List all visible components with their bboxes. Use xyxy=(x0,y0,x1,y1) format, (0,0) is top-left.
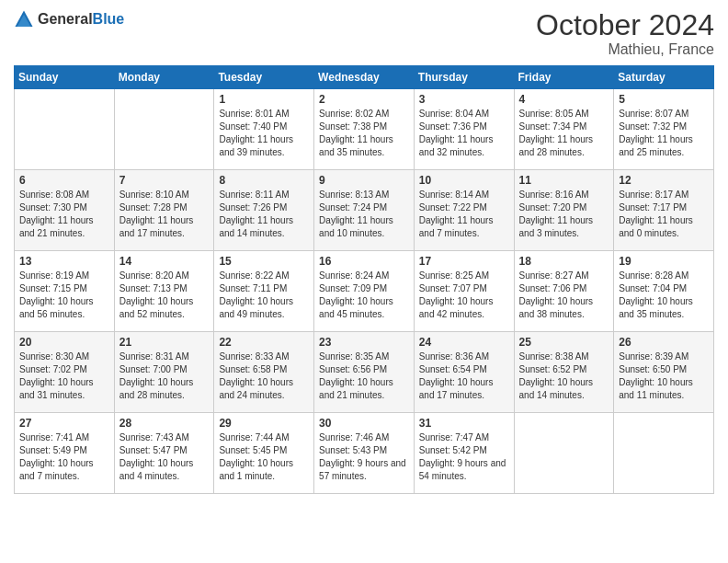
day-info: Sunrise: 8:19 AM Sunset: 7:15 PM Dayligh… xyxy=(19,270,109,321)
day-number: 9 xyxy=(319,174,409,187)
day-number: 1 xyxy=(219,93,309,106)
day-number: 14 xyxy=(119,255,210,268)
calendar-cell: 19Sunrise: 8:28 AM Sunset: 7:04 PM Dayli… xyxy=(614,251,714,332)
day-info: Sunrise: 7:44 AM Sunset: 5:45 PM Dayligh… xyxy=(219,431,309,483)
day-info: Sunrise: 8:31 AM Sunset: 7:00 PM Dayligh… xyxy=(119,350,210,402)
calendar-cell: 22Sunrise: 8:33 AM Sunset: 6:58 PM Dayli… xyxy=(214,332,314,413)
day-info: Sunrise: 8:02 AM Sunset: 7:38 PM Dayligh… xyxy=(319,108,409,159)
day-info: Sunrise: 8:35 AM Sunset: 6:56 PM Dayligh… xyxy=(319,350,409,402)
calendar-cell xyxy=(614,413,714,494)
calendar-cell: 1Sunrise: 8:01 AM Sunset: 7:40 PM Daylig… xyxy=(214,89,314,170)
day-info: Sunrise: 8:01 AM Sunset: 7:40 PM Dayligh… xyxy=(219,108,309,159)
calendar-cell: 27Sunrise: 7:41 AM Sunset: 5:49 PM Dayli… xyxy=(15,413,115,494)
day-info: Sunrise: 8:14 AM Sunset: 7:22 PM Dayligh… xyxy=(419,189,509,240)
week-row: 1Sunrise: 8:01 AM Sunset: 7:40 PM Daylig… xyxy=(15,89,714,170)
header-day: Sunday xyxy=(15,66,115,89)
calendar-cell: 8Sunrise: 8:11 AM Sunset: 7:26 PM Daylig… xyxy=(214,170,314,251)
day-info: Sunrise: 8:20 AM Sunset: 7:13 PM Dayligh… xyxy=(119,270,210,321)
calendar-cell: 11Sunrise: 8:16 AM Sunset: 7:20 PM Dayli… xyxy=(514,170,614,251)
day-info: Sunrise: 8:16 AM Sunset: 7:20 PM Dayligh… xyxy=(519,189,609,240)
day-info: Sunrise: 8:13 AM Sunset: 7:24 PM Dayligh… xyxy=(319,189,409,240)
calendar-cell: 9Sunrise: 8:13 AM Sunset: 7:24 PM Daylig… xyxy=(314,170,415,251)
header-day: Tuesday xyxy=(214,66,314,89)
calendar-cell: 29Sunrise: 7:44 AM Sunset: 5:45 PM Dayli… xyxy=(214,413,314,494)
logo: GeneralBlue xyxy=(14,9,124,29)
week-row: 13Sunrise: 8:19 AM Sunset: 7:15 PM Dayli… xyxy=(15,251,714,332)
calendar-cell: 12Sunrise: 8:17 AM Sunset: 7:17 PM Dayli… xyxy=(614,170,714,251)
day-number: 22 xyxy=(219,336,309,349)
day-info: Sunrise: 8:04 AM Sunset: 7:36 PM Dayligh… xyxy=(419,108,509,159)
day-number: 13 xyxy=(19,255,109,268)
calendar-cell: 23Sunrise: 8:35 AM Sunset: 6:56 PM Dayli… xyxy=(314,332,415,413)
day-info: Sunrise: 8:08 AM Sunset: 7:30 PM Dayligh… xyxy=(19,189,109,240)
day-number: 11 xyxy=(519,174,609,187)
month-title: October 2024 xyxy=(536,9,714,41)
calendar-cell: 4Sunrise: 8:05 AM Sunset: 7:34 PM Daylig… xyxy=(514,89,614,170)
calendar-cell: 26Sunrise: 8:39 AM Sunset: 6:50 PM Dayli… xyxy=(614,332,714,413)
day-number: 30 xyxy=(319,417,409,430)
calendar-cell: 7Sunrise: 8:10 AM Sunset: 7:28 PM Daylig… xyxy=(114,170,214,251)
calendar-cell: 24Sunrise: 8:36 AM Sunset: 6:54 PM Dayli… xyxy=(414,332,514,413)
calendar-cell xyxy=(15,89,115,170)
calendar-cell: 28Sunrise: 7:43 AM Sunset: 5:47 PM Dayli… xyxy=(114,413,214,494)
header-day: Friday xyxy=(514,66,614,89)
day-number: 3 xyxy=(419,93,509,106)
calendar-cell: 16Sunrise: 8:24 AM Sunset: 7:09 PM Dayli… xyxy=(314,251,415,332)
calendar-cell: 15Sunrise: 8:22 AM Sunset: 7:11 PM Dayli… xyxy=(214,251,314,332)
day-info: Sunrise: 7:43 AM Sunset: 5:47 PM Dayligh… xyxy=(119,431,210,483)
logo-general: GeneralBlue xyxy=(38,11,124,28)
day-number: 16 xyxy=(319,255,409,268)
day-info: Sunrise: 8:10 AM Sunset: 7:28 PM Dayligh… xyxy=(119,189,210,240)
day-info: Sunrise: 8:24 AM Sunset: 7:09 PM Dayligh… xyxy=(319,270,409,321)
week-row: 6Sunrise: 8:08 AM Sunset: 7:30 PM Daylig… xyxy=(15,170,714,251)
day-info: Sunrise: 8:28 AM Sunset: 7:04 PM Dayligh… xyxy=(619,270,709,321)
calendar-cell xyxy=(114,89,214,170)
day-info: Sunrise: 8:33 AM Sunset: 6:58 PM Dayligh… xyxy=(219,350,309,402)
day-number: 19 xyxy=(619,255,709,268)
calendar-cell: 5Sunrise: 8:07 AM Sunset: 7:32 PM Daylig… xyxy=(614,89,714,170)
calendar-cell: 30Sunrise: 7:46 AM Sunset: 5:43 PM Dayli… xyxy=(314,413,415,494)
header-row: SundayMondayTuesdayWednesdayThursdayFrid… xyxy=(15,66,714,89)
day-number: 12 xyxy=(619,174,709,187)
day-info: Sunrise: 8:27 AM Sunset: 7:06 PM Dayligh… xyxy=(519,270,609,321)
header-day: Saturday xyxy=(614,66,714,89)
day-info: Sunrise: 8:17 AM Sunset: 7:17 PM Dayligh… xyxy=(619,189,709,240)
day-number: 2 xyxy=(319,93,409,106)
header-day: Monday xyxy=(114,66,214,89)
day-number: 27 xyxy=(19,417,109,430)
day-number: 25 xyxy=(519,336,609,349)
calendar-cell: 25Sunrise: 8:38 AM Sunset: 6:52 PM Dayli… xyxy=(514,332,614,413)
title-block: October 2024 Mathieu, France xyxy=(536,9,714,58)
calendar-cell: 18Sunrise: 8:27 AM Sunset: 7:06 PM Dayli… xyxy=(514,251,614,332)
week-row: 20Sunrise: 8:30 AM Sunset: 7:02 PM Dayli… xyxy=(15,332,714,413)
calendar-cell: 21Sunrise: 8:31 AM Sunset: 7:00 PM Dayli… xyxy=(114,332,214,413)
day-number: 7 xyxy=(119,174,210,187)
day-number: 8 xyxy=(219,174,309,187)
day-info: Sunrise: 8:36 AM Sunset: 6:54 PM Dayligh… xyxy=(419,350,509,402)
header-day: Wednesday xyxy=(314,66,415,89)
day-number: 20 xyxy=(19,336,109,349)
day-number: 24 xyxy=(419,336,509,349)
day-info: Sunrise: 8:22 AM Sunset: 7:11 PM Dayligh… xyxy=(219,270,309,321)
day-number: 6 xyxy=(19,174,109,187)
day-info: Sunrise: 8:38 AM Sunset: 6:52 PM Dayligh… xyxy=(519,350,609,402)
day-number: 26 xyxy=(619,336,709,349)
day-info: Sunrise: 8:05 AM Sunset: 7:34 PM Dayligh… xyxy=(519,108,609,159)
day-number: 31 xyxy=(419,417,509,430)
day-number: 21 xyxy=(119,336,210,349)
logo-icon xyxy=(14,9,34,29)
day-info: Sunrise: 8:39 AM Sunset: 6:50 PM Dayligh… xyxy=(619,350,709,402)
calendar-cell: 31Sunrise: 7:47 AM Sunset: 5:42 PM Dayli… xyxy=(414,413,514,494)
location-title: Mathieu, France xyxy=(536,41,714,58)
day-number: 18 xyxy=(519,255,609,268)
calendar-cell: 13Sunrise: 8:19 AM Sunset: 7:15 PM Dayli… xyxy=(15,251,115,332)
day-number: 10 xyxy=(419,174,509,187)
day-info: Sunrise: 7:41 AM Sunset: 5:49 PM Dayligh… xyxy=(19,431,109,483)
calendar-cell: 14Sunrise: 8:20 AM Sunset: 7:13 PM Dayli… xyxy=(114,251,214,332)
calendar-cell: 20Sunrise: 8:30 AM Sunset: 7:02 PM Dayli… xyxy=(15,332,115,413)
calendar-cell: 17Sunrise: 8:25 AM Sunset: 7:07 PM Dayli… xyxy=(414,251,514,332)
day-info: Sunrise: 7:46 AM Sunset: 5:43 PM Dayligh… xyxy=(319,431,409,483)
day-number: 23 xyxy=(319,336,409,349)
day-info: Sunrise: 8:11 AM Sunset: 7:26 PM Dayligh… xyxy=(219,189,309,240)
page: GeneralBlue October 2024 Mathieu, France… xyxy=(0,0,728,563)
